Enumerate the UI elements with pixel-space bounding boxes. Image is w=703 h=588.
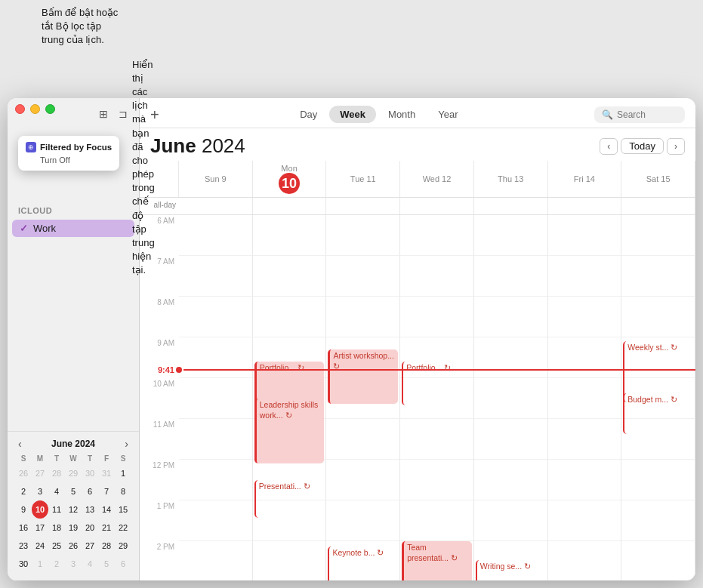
tab-week[interactable]: Week: [329, 106, 376, 123]
inbox-icon[interactable]: ⊐: [116, 107, 130, 121]
time-cell[interactable]: [400, 215, 474, 256]
mini-cal-day[interactable]: 10: [32, 500, 48, 519]
mini-cal-day[interactable]: 23: [15, 537, 32, 555]
mini-cal-day[interactable]: 2: [48, 555, 65, 573]
mini-cal-day[interactable]: 31: [98, 464, 115, 482]
mini-cal-day[interactable]: 24: [32, 537, 48, 555]
mini-cal-day[interactable]: 2: [15, 482, 32, 500]
time-cell[interactable]: [474, 337, 548, 378]
time-cell[interactable]: [326, 215, 400, 256]
event-leadership[interactable]: Leadership skills work... ↻: [254, 399, 325, 463]
today-button[interactable]: Today: [621, 138, 664, 154]
time-cell[interactable]: [179, 378, 253, 419]
tab-month[interactable]: Month: [378, 106, 426, 123]
time-cell[interactable]: [179, 256, 253, 297]
time-cell[interactable]: [621, 297, 695, 337]
mini-cal-day[interactable]: 6: [115, 555, 131, 573]
time-cell[interactable]: [253, 256, 327, 297]
mini-cal-day[interactable]: 28: [48, 464, 65, 482]
time-cell[interactable]: [621, 541, 695, 580]
mini-cal-day[interactable]: 15: [115, 500, 131, 519]
time-cell[interactable]: [326, 419, 400, 460]
mini-cal-day[interactable]: 5: [65, 482, 82, 500]
mini-cal-day[interactable]: 26: [15, 464, 32, 482]
tab-year[interactable]: Year: [427, 106, 468, 123]
time-cell[interactable]: [474, 500, 548, 541]
mini-cal-day[interactable]: 30: [82, 464, 98, 482]
event-team-presentati[interactable]: Team presentati... ↻: [402, 541, 472, 580]
mini-cal-prev[interactable]: ‹: [15, 438, 25, 450]
mini-cal-day[interactable]: 28: [98, 537, 115, 555]
search-input[interactable]: [617, 109, 677, 120]
mini-cal-next[interactable]: ›: [122, 438, 131, 450]
mini-cal-day[interactable]: 27: [82, 537, 98, 555]
time-cell[interactable]: [253, 541, 327, 580]
mini-cal-day[interactable]: 20: [82, 519, 98, 537]
time-cell[interactable]: [548, 419, 622, 460]
time-cell[interactable]: [474, 460, 548, 500]
time-cell[interactable]: [179, 215, 253, 256]
calendar-grid-icon[interactable]: ⊞: [97, 107, 110, 121]
mini-cal-day[interactable]: 3: [65, 555, 82, 573]
time-cell[interactable]: [326, 256, 400, 297]
mini-cal-day[interactable]: 21: [98, 519, 115, 537]
mini-cal-day[interactable]: 12: [65, 500, 82, 519]
time-cell[interactable]: [621, 215, 695, 256]
mini-cal-day[interactable]: 16: [15, 519, 32, 537]
event-keynote-b[interactable]: Keynote b... ↻: [328, 546, 398, 580]
time-cell[interactable]: [400, 297, 474, 337]
event-artist-workshop[interactable]: Artist workshop... ↻: [328, 349, 398, 404]
mini-cal-day[interactable]: 25: [48, 537, 65, 555]
sidebar-item-work[interactable]: ✓ Work: [12, 220, 134, 237]
time-cell[interactable]: [326, 297, 400, 337]
tab-day[interactable]: Day: [289, 106, 328, 123]
time-cell[interactable]: [179, 541, 253, 580]
mini-cal-day[interactable]: 17: [32, 519, 48, 537]
time-cell[interactable]: [621, 256, 695, 297]
event-writing-se[interactable]: Writing se... ↻: [476, 560, 546, 580]
time-cell[interactable]: [326, 500, 400, 541]
time-cell[interactable]: [400, 256, 474, 297]
time-cell[interactable]: [400, 460, 474, 500]
time-cell[interactable]: [548, 378, 622, 419]
mini-cal-day[interactable]: 29: [115, 537, 131, 555]
event-presentati[interactable]: Presentati... ↻: [254, 480, 325, 518]
time-cell[interactable]: [621, 460, 695, 500]
mini-cal-day[interactable]: 30: [15, 555, 32, 573]
time-cell[interactable]: [548, 337, 622, 378]
mini-cal-day[interactable]: 19: [65, 519, 82, 537]
mini-cal-day[interactable]: 4: [48, 482, 65, 500]
event-portfolio2[interactable]: Portfolio... ↻: [402, 362, 472, 406]
mini-cal-day[interactable]: 27: [32, 464, 48, 482]
time-cell[interactable]: [179, 337, 253, 378]
cal-prev-btn[interactable]: ‹: [600, 138, 618, 155]
mini-cal-day[interactable]: 1: [32, 555, 48, 573]
time-cell[interactable]: [474, 378, 548, 419]
focus-turnoff[interactable]: Turn Off: [40, 155, 112, 165]
cal-next-btn[interactable]: ›: [667, 138, 685, 155]
time-cell[interactable]: [400, 500, 474, 541]
mini-cal-day[interactable]: 6: [82, 482, 98, 500]
time-cell[interactable]: [548, 460, 622, 500]
time-cell[interactable]: [179, 419, 253, 460]
time-cell[interactable]: [621, 500, 695, 541]
mini-cal-day[interactable]: 8: [115, 482, 131, 500]
mini-cal-day[interactable]: 13: [82, 500, 98, 519]
time-cell[interactable]: [474, 215, 548, 256]
mini-cal-day[interactable]: 9: [15, 500, 32, 519]
time-cell[interactable]: [548, 297, 622, 337]
time-cell[interactable]: [548, 256, 622, 297]
time-cell[interactable]: [548, 500, 622, 541]
focus-filter-popup[interactable]: ⊕ Filtered by Focus Turn Off: [18, 136, 119, 171]
time-cell[interactable]: [326, 460, 400, 500]
mini-cal-day[interactable]: 3: [32, 482, 48, 500]
close-button[interactable]: [15, 104, 25, 114]
time-cell[interactable]: [253, 215, 327, 256]
time-cell[interactable]: [474, 297, 548, 337]
time-cell[interactable]: [548, 215, 622, 256]
mini-cal-day[interactable]: 14: [98, 500, 115, 519]
maximize-button[interactable]: [45, 104, 55, 114]
time-cell[interactable]: [474, 419, 548, 460]
time-cell[interactable]: [548, 541, 622, 580]
mini-cal-day[interactable]: 5: [98, 555, 115, 573]
